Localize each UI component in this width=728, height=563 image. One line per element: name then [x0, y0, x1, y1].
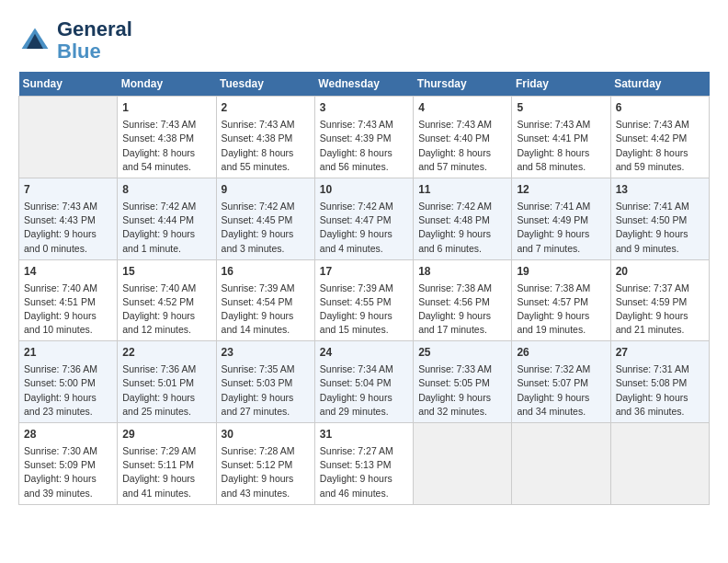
day-info: Sunrise: 7:29 AMSunset: 5:11 PMDaylight:… — [122, 444, 210, 500]
weekday-header-friday: Friday — [512, 72, 610, 97]
day-info: Sunrise: 7:27 AMSunset: 5:13 PMDaylight:… — [320, 444, 408, 500]
day-number: 4 — [418, 100, 506, 116]
day-info: Sunrise: 7:38 AMSunset: 4:56 PMDaylight:… — [418, 282, 506, 338]
weekday-header-monday: Monday — [118, 72, 216, 97]
calendar-cell: 20Sunrise: 7:37 AMSunset: 4:59 PMDayligh… — [610, 259, 709, 341]
day-number: 13 — [616, 182, 704, 198]
logo-text: General Blue — [57, 18, 132, 63]
calendar-week-1: 1Sunrise: 7:43 AMSunset: 4:38 PMDaylight… — [19, 97, 710, 178]
day-number: 17 — [320, 264, 408, 280]
day-info: Sunrise: 7:43 AMSunset: 4:38 PMDaylight:… — [122, 118, 210, 174]
calendar-cell: 31Sunrise: 7:27 AMSunset: 5:13 PMDayligh… — [314, 423, 413, 505]
calendar-cell: 29Sunrise: 7:29 AMSunset: 5:11 PMDayligh… — [118, 423, 216, 505]
day-info: Sunrise: 7:40 AMSunset: 4:51 PMDaylight:… — [24, 282, 112, 338]
day-info: Sunrise: 7:43 AMSunset: 4:42 PMDaylight:… — [616, 118, 704, 174]
calendar-week-5: 28Sunrise: 7:30 AMSunset: 5:09 PMDayligh… — [19, 423, 710, 505]
day-info: Sunrise: 7:36 AMSunset: 5:01 PMDaylight:… — [122, 362, 210, 419]
calendar-cell: 30Sunrise: 7:28 AMSunset: 5:12 PMDayligh… — [216, 423, 314, 505]
day-info: Sunrise: 7:39 AMSunset: 4:54 PMDaylight:… — [222, 282, 310, 338]
day-info: Sunrise: 7:42 AMSunset: 4:48 PMDaylight:… — [418, 200, 506, 256]
day-info: Sunrise: 7:34 AMSunset: 5:04 PMDaylight:… — [320, 362, 408, 419]
calendar-cell: 22Sunrise: 7:36 AMSunset: 5:01 PMDayligh… — [118, 341, 216, 423]
calendar-cell: 16Sunrise: 7:39 AMSunset: 4:54 PMDayligh… — [216, 259, 314, 341]
day-number: 27 — [616, 345, 704, 361]
day-number: 28 — [24, 427, 112, 442]
calendar-week-4: 21Sunrise: 7:36 AMSunset: 5:00 PMDayligh… — [19, 341, 710, 423]
day-info: Sunrise: 7:43 AMSunset: 4:40 PMDaylight:… — [418, 118, 506, 174]
day-number: 30 — [222, 427, 310, 442]
calendar-cell: 3Sunrise: 7:43 AMSunset: 4:39 PMDaylight… — [314, 97, 413, 178]
day-info: Sunrise: 7:33 AMSunset: 5:05 PMDaylight:… — [418, 362, 506, 419]
day-info: Sunrise: 7:42 AMSunset: 4:45 PMDaylight:… — [222, 200, 310, 256]
calendar-week-2: 7Sunrise: 7:43 AMSunset: 4:43 PMDaylight… — [19, 178, 710, 260]
calendar-cell: 5Sunrise: 7:43 AMSunset: 4:41 PMDaylight… — [512, 97, 610, 178]
day-number: 22 — [122, 345, 210, 361]
weekday-header-wednesday: Wednesday — [314, 72, 413, 97]
calendar-cell — [19, 97, 118, 178]
calendar-cell: 8Sunrise: 7:42 AMSunset: 4:44 PMDaylight… — [118, 178, 216, 260]
calendar-cell: 7Sunrise: 7:43 AMSunset: 4:43 PMDaylight… — [19, 178, 118, 260]
calendar-cell: 26Sunrise: 7:32 AMSunset: 5:07 PMDayligh… — [512, 341, 610, 423]
day-number: 29 — [122, 427, 210, 442]
day-info: Sunrise: 7:43 AMSunset: 4:43 PMDaylight:… — [24, 200, 112, 256]
day-info: Sunrise: 7:42 AMSunset: 4:44 PMDaylight:… — [122, 200, 210, 256]
calendar-cell: 15Sunrise: 7:40 AMSunset: 4:52 PMDayligh… — [118, 259, 216, 341]
calendar-cell: 13Sunrise: 7:41 AMSunset: 4:50 PMDayligh… — [610, 178, 709, 260]
day-number: 24 — [320, 345, 408, 361]
calendar-cell: 24Sunrise: 7:34 AMSunset: 5:04 PMDayligh… — [314, 341, 413, 423]
day-info: Sunrise: 7:43 AMSunset: 4:39 PMDaylight:… — [320, 118, 408, 174]
calendar-cell — [414, 423, 512, 505]
logo-icon — [18, 24, 51, 57]
day-number: 31 — [320, 427, 408, 442]
calendar-cell: 21Sunrise: 7:36 AMSunset: 5:00 PMDayligh… — [19, 341, 118, 423]
day-number: 15 — [122, 264, 210, 280]
day-number: 1 — [122, 100, 210, 116]
calendar-cell: 27Sunrise: 7:31 AMSunset: 5:08 PMDayligh… — [610, 341, 709, 423]
day-info: Sunrise: 7:39 AMSunset: 4:55 PMDaylight:… — [320, 282, 408, 338]
day-info: Sunrise: 7:38 AMSunset: 4:57 PMDaylight:… — [517, 282, 605, 338]
day-info: Sunrise: 7:41 AMSunset: 4:49 PMDaylight:… — [517, 200, 605, 256]
calendar-cell: 17Sunrise: 7:39 AMSunset: 4:55 PMDayligh… — [314, 259, 413, 341]
day-number: 7 — [24, 182, 112, 198]
day-info: Sunrise: 7:28 AMSunset: 5:12 PMDaylight:… — [222, 444, 310, 500]
calendar-cell: 6Sunrise: 7:43 AMSunset: 4:42 PMDaylight… — [610, 97, 709, 178]
day-number: 6 — [616, 100, 704, 116]
calendar-cell: 25Sunrise: 7:33 AMSunset: 5:05 PMDayligh… — [414, 341, 512, 423]
calendar-cell: 1Sunrise: 7:43 AMSunset: 4:38 PMDaylight… — [118, 97, 216, 178]
day-info: Sunrise: 7:31 AMSunset: 5:08 PMDaylight:… — [616, 362, 704, 419]
day-number: 2 — [222, 100, 310, 116]
calendar-cell: 2Sunrise: 7:43 AMSunset: 4:38 PMDaylight… — [216, 97, 314, 178]
day-number: 26 — [517, 345, 605, 361]
day-number: 10 — [320, 182, 408, 198]
day-info: Sunrise: 7:42 AMSunset: 4:47 PMDaylight:… — [320, 200, 408, 256]
day-number: 25 — [418, 345, 506, 361]
calendar-table: SundayMondayTuesdayWednesdayThursdayFrid… — [18, 72, 710, 504]
calendar-cell: 28Sunrise: 7:30 AMSunset: 5:09 PMDayligh… — [19, 423, 118, 505]
calendar-cell: 10Sunrise: 7:42 AMSunset: 4:47 PMDayligh… — [314, 178, 413, 260]
weekday-header-row: SundayMondayTuesdayWednesdayThursdayFrid… — [19, 72, 710, 97]
day-number: 14 — [24, 264, 112, 280]
weekday-header-sunday: Sunday — [19, 72, 118, 97]
calendar-cell: 23Sunrise: 7:35 AMSunset: 5:03 PMDayligh… — [216, 341, 314, 423]
day-number: 20 — [616, 264, 704, 280]
day-number: 23 — [222, 345, 310, 361]
day-info: Sunrise: 7:41 AMSunset: 4:50 PMDaylight:… — [616, 200, 704, 256]
day-info: Sunrise: 7:40 AMSunset: 4:52 PMDaylight:… — [122, 282, 210, 338]
calendar-cell — [610, 423, 709, 505]
day-info: Sunrise: 7:43 AMSunset: 4:41 PMDaylight:… — [517, 118, 605, 174]
day-number: 12 — [517, 182, 605, 198]
day-number: 18 — [418, 264, 506, 280]
day-number: 21 — [24, 345, 112, 361]
calendar-cell — [512, 423, 610, 505]
day-number: 16 — [222, 264, 310, 280]
day-info: Sunrise: 7:43 AMSunset: 4:38 PMDaylight:… — [222, 118, 310, 174]
weekday-header-tuesday: Tuesday — [216, 72, 314, 97]
page-header: General Blue — [18, 18, 710, 63]
calendar-cell: 12Sunrise: 7:41 AMSunset: 4:49 PMDayligh… — [512, 178, 610, 260]
day-number: 3 — [320, 100, 408, 116]
day-number: 5 — [517, 100, 605, 116]
day-info: Sunrise: 7:35 AMSunset: 5:03 PMDaylight:… — [222, 362, 310, 419]
day-number: 8 — [122, 182, 210, 198]
calendar-cell: 4Sunrise: 7:43 AMSunset: 4:40 PMDaylight… — [414, 97, 512, 178]
calendar-cell: 18Sunrise: 7:38 AMSunset: 4:56 PMDayligh… — [414, 259, 512, 341]
